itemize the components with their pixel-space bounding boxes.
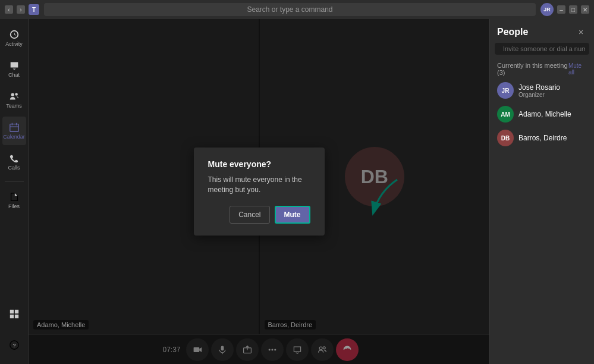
person-avatar-1: AM (497, 106, 514, 123)
person-info-2: Barros, Deirdre (518, 134, 567, 142)
person-name-1: Adamo, Michelle (518, 110, 571, 118)
panel-close-btn[interactable]: × (575, 26, 587, 38)
sidebar-item-activity[interactable]: Activity (2, 24, 26, 52)
person-role-0: Organizer (518, 92, 560, 98)
top-bar-right: JR – □ ✕ (540, 3, 589, 16)
invite-input[interactable] (503, 45, 585, 52)
modal-box: Mute everyone? This will mute everyone i… (194, 148, 325, 236)
close-btn[interactable]: ✕ (581, 5, 589, 14)
sidebar-item-files[interactable]: Files (2, 186, 26, 215)
svg-point-2 (11, 93, 14, 96)
modal-buttons: Cancel Mute (208, 206, 310, 224)
top-bar-left: ‹ › T (5, 4, 39, 15)
user-avatar[interactable]: JR (540, 3, 554, 16)
person-info-0: Jose Rosario Organizer (518, 83, 560, 98)
left-nav: Activity Chat Teams Calendar Calls Files… (0, 19, 29, 364)
panel-header: People × (490, 19, 594, 43)
teams-label: Teams (6, 103, 22, 109)
search-bar[interactable]: Search or type a command (44, 3, 536, 16)
svg-rect-7 (10, 315, 13, 318)
svg-point-3 (15, 93, 18, 96)
svg-text:?: ? (12, 343, 15, 349)
person-name-2: Barros, Deirdre (518, 134, 567, 142)
apps-icon (9, 309, 20, 319)
chat-icon (9, 60, 20, 71)
forward-btn[interactable]: › (17, 5, 25, 14)
person-item-2[interactable]: DB Barros, Deirdre (490, 126, 594, 150)
modal-title: Mute everyone? (208, 159, 310, 169)
svg-text:T: T (32, 7, 36, 13)
activity-label: Activity (5, 41, 23, 47)
content-area: Adamo, Michelle DB Barros, Deirdre Mute … (29, 19, 489, 364)
person-avatar-0: JR (497, 82, 514, 99)
chat-label: Chat (8, 72, 20, 78)
maximize-btn[interactable]: □ (569, 5, 577, 14)
svg-rect-4 (10, 124, 18, 132)
person-item-0[interactable]: JR Jose Rosario Organizer (490, 79, 594, 102)
calendar-icon (9, 122, 20, 133)
files-label: Files (8, 203, 20, 209)
help-icon: ? (9, 340, 20, 350)
teams-nav-icon (9, 91, 20, 102)
calls-label: Calls (8, 165, 20, 171)
meeting-count-label: Currently in this meeting (3) (497, 62, 568, 76)
section-label: Currently in this meeting (3) Mute all (490, 59, 594, 79)
mute-all-btn[interactable]: Mute all (568, 62, 587, 76)
teams-icon: T (29, 4, 39, 15)
sidebar-item-chat[interactable]: Chat (2, 55, 26, 83)
svg-rect-5 (10, 310, 13, 313)
back-btn[interactable]: ‹ (5, 5, 13, 14)
mute-button[interactable]: Mute (275, 206, 310, 224)
sidebar-item-help[interactable]: ? (2, 331, 26, 359)
minimize-btn[interactable]: – (557, 5, 565, 14)
sidebar-item-teams[interactable]: Teams (2, 86, 26, 114)
top-bar: ‹ › T Search or type a command JR – □ ✕ (0, 0, 594, 19)
sidebar-item-calls[interactable]: Calls (2, 148, 26, 176)
person-name-0: Jose Rosario (518, 83, 560, 92)
sidebar-item-apps[interactable] (2, 300, 26, 328)
invite-row[interactable] (495, 43, 589, 55)
right-panel: People × Currently in this meeting (3) M… (489, 19, 594, 364)
people-list: JR Jose Rosario Organizer AM Adamo, Mich… (490, 79, 594, 150)
sidebar-item-calendar[interactable]: Calendar (2, 117, 26, 145)
person-avatar-2: DB (497, 130, 514, 146)
person-info-1: Adamo, Michelle (518, 110, 571, 118)
person-item-1[interactable]: AM Adamo, Michelle (490, 102, 594, 126)
nav-divider (5, 181, 24, 181)
svg-rect-8 (14, 315, 18, 318)
main-layout: Activity Chat Teams Calendar Calls Files… (0, 19, 594, 364)
calls-icon (9, 153, 20, 164)
modal-overlay: Mute everyone? This will mute everyone i… (29, 19, 489, 364)
cancel-button[interactable]: Cancel (230, 206, 269, 224)
calendar-label: Calendar (3, 134, 25, 140)
search-placeholder: Search or type a command (247, 5, 332, 14)
activity-icon (9, 29, 20, 40)
panel-title: People (497, 27, 528, 37)
modal-description: This will mute everyone in the meeting b… (208, 175, 310, 195)
svg-rect-6 (14, 310, 18, 313)
files-icon (9, 192, 20, 202)
